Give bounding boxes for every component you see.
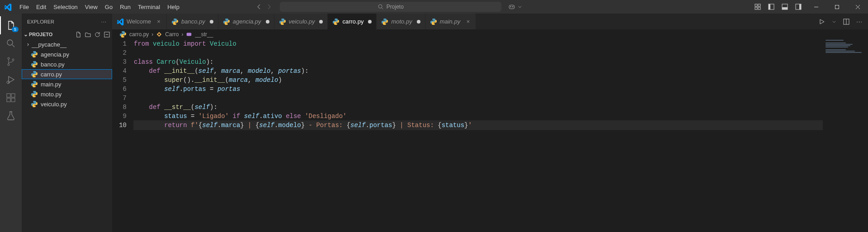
file-main-py[interactable]: main.py: [22, 79, 112, 89]
search-icon: [5, 38, 16, 49]
tab-moto-py[interactable]: moto.py: [377, 14, 425, 29]
code-line[interactable]: status = 'Ligado' if self.ativo else 'De…: [134, 112, 868, 121]
python-file-icon: [430, 18, 437, 25]
copilot-menu[interactable]: [508, 3, 522, 11]
svg-rect-1: [509, 5, 514, 9]
python-file-icon: [31, 90, 38, 98]
tab-banco-py[interactable]: banco.py: [167, 14, 218, 29]
more-icon[interactable]: ···: [856, 18, 863, 25]
close-tab-icon[interactable]: ×: [465, 18, 471, 25]
new-file-icon[interactable]: [75, 31, 82, 38]
explorer-badge: 5: [12, 27, 19, 32]
breadcrumb-icon: [119, 31, 127, 38]
split-editor-icon[interactable]: [843, 18, 850, 25]
editor[interactable]: 12345678910 from veiculo import Veiculoc…: [112, 39, 868, 232]
more-icon[interactable]: ···: [101, 19, 107, 24]
command-center[interactable]: Projeto: [280, 2, 501, 12]
run-icon[interactable]: [818, 18, 826, 25]
sidebar-title: EXPLORER: [27, 19, 54, 24]
python-file-icon: [31, 61, 38, 68]
activity-search[interactable]: [0, 34, 22, 52]
line-number: 9: [112, 112, 127, 121]
close-button[interactable]: [847, 0, 868, 14]
layout-grid-icon[interactable]: [754, 3, 761, 10]
code-line[interactable]: from veiculo import Veiculo: [134, 39, 868, 48]
refresh-icon[interactable]: [94, 31, 101, 38]
extensions-icon: [5, 92, 16, 103]
toggle-sidebar-icon[interactable]: [768, 3, 775, 10]
activity-testing[interactable]: [0, 107, 22, 125]
toggle-panel-icon[interactable]: [781, 3, 788, 10]
tab-carro-py[interactable]: carro.py: [328, 14, 377, 29]
minimap-line: [826, 49, 846, 50]
code[interactable]: from veiculo import Veiculoclass Carro(V…: [134, 39, 868, 232]
minimize-button[interactable]: [806, 0, 826, 14]
tabsbar: Welcome×banco.pyagencia.pyveiculo.pycarr…: [112, 14, 868, 29]
tab-agencia-py[interactable]: agencia.py: [218, 14, 274, 29]
close-tab-icon[interactable]: ×: [156, 18, 162, 25]
file-banco-py[interactable]: banco.py: [22, 59, 112, 69]
project-section-header[interactable]: ⌄ PROJETO: [22, 29, 112, 39]
breadcrumbs[interactable]: carro.py›Carro›__str__: [112, 29, 868, 39]
breadcrumb-item[interactable]: carro.py: [129, 31, 149, 38]
svg-rect-20: [7, 94, 10, 97]
minimap[interactable]: [823, 39, 868, 232]
menu-selection[interactable]: Selection: [50, 1, 81, 13]
maximize-button[interactable]: [826, 0, 847, 14]
svg-point-18: [12, 59, 14, 61]
menu-edit[interactable]: Edit: [33, 1, 50, 13]
file-veiculo-py[interactable]: veiculo.py: [22, 99, 112, 109]
code-line[interactable]: def __init__(self, marca, modelo, portas…: [134, 66, 868, 76]
activity-debug[interactable]: [0, 71, 22, 89]
sidebar: EXPLORER ··· ⌄ PROJETO ›__pycache__agenc…: [22, 14, 112, 232]
code-line[interactable]: [134, 48, 868, 57]
chevron-right-icon: ›: [27, 41, 29, 47]
file-agencia-py[interactable]: agencia.py: [22, 49, 112, 59]
chevron-down-icon[interactable]: [832, 19, 836, 24]
menu-run[interactable]: Run: [116, 1, 134, 13]
svg-rect-23: [11, 94, 15, 97]
svg-point-0: [378, 5, 382, 8]
new-folder-icon[interactable]: [85, 31, 91, 38]
debug-icon: [5, 74, 16, 85]
code-line[interactable]: super().__init__(marca, modelo): [134, 76, 868, 85]
activity-extensions[interactable]: [0, 89, 22, 107]
line-number: 5: [112, 76, 127, 85]
menu-help[interactable]: Help: [164, 1, 183, 13]
vscode-icon: [117, 18, 124, 25]
collapse-icon[interactable]: [104, 31, 110, 38]
chevron-right-icon: ›: [181, 31, 183, 38]
code-line[interactable]: return f'{self.marca} | {self.modelo} - …: [134, 121, 868, 130]
modified-dot-icon: [210, 20, 213, 24]
python-file-icon: [31, 71, 38, 78]
code-line[interactable]: class Carro(Veiculo):: [134, 57, 868, 66]
line-number: 8: [112, 103, 127, 112]
breadcrumb-icon: [186, 31, 192, 38]
vscode-logo-icon: [0, 3, 16, 11]
breadcrumb-item[interactable]: __str__: [195, 31, 213, 38]
tab-main-py[interactable]: main.py×: [425, 14, 476, 29]
toggle-secondary-icon[interactable]: [795, 3, 802, 10]
activity-explorer[interactable]: 5: [0, 16, 22, 34]
menu-file[interactable]: File: [16, 1, 33, 13]
code-line[interactable]: def __str__(self):: [134, 103, 868, 112]
menu-view[interactable]: View: [81, 1, 101, 13]
file-carro-py[interactable]: carro.py: [22, 69, 112, 79]
tab-welcome[interactable]: Welcome×: [112, 14, 167, 29]
modified-dot-icon: [417, 20, 420, 24]
activity-scm[interactable]: [0, 52, 22, 71]
breadcrumb-item[interactable]: Carro: [165, 31, 179, 38]
code-line[interactable]: self.portas = portas: [134, 85, 868, 94]
menu-go[interactable]: Go: [101, 1, 116, 13]
tab-veiculo-py[interactable]: veiculo.py: [274, 14, 328, 29]
nav-back-icon[interactable]: [255, 3, 263, 10]
menu-terminal[interactable]: Terminal: [134, 1, 164, 13]
code-line[interactable]: [134, 94, 868, 103]
file-moto-py[interactable]: moto.py: [22, 89, 112, 99]
minimap-line: [826, 52, 862, 53]
nav-forward-icon[interactable]: [265, 3, 273, 10]
modified-dot-icon: [266, 20, 269, 24]
svg-rect-7: [758, 7, 760, 9]
folder-pycache[interactable]: ›__pycache__: [22, 39, 112, 49]
line-number: 10: [112, 121, 127, 130]
